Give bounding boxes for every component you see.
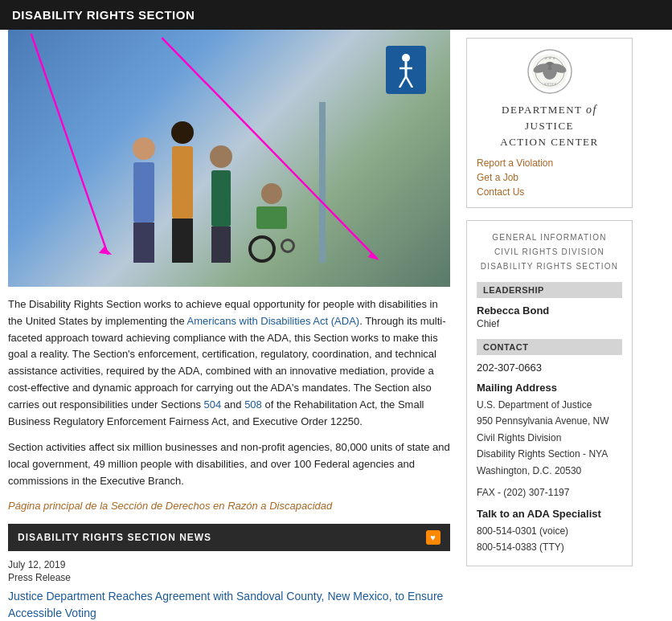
news-type: Press Release <box>8 572 450 583</box>
section-508-link[interactable]: 508 <box>244 398 262 411</box>
svg-point-0 <box>402 54 410 62</box>
news-item: July 12, 2019 Press Release Justice Depa… <box>8 559 450 621</box>
main-phone: 202-307-0663 <box>477 362 622 374</box>
spanish-link[interactable]: Página principal de la Sección de Derech… <box>8 500 450 512</box>
rss-icon[interactable]: ♥ <box>426 530 440 545</box>
body-paragraph-1: The Disability Rights Section works to a… <box>8 296 450 430</box>
leadership-label: LEADERSHIP <box>477 282 622 298</box>
chief-name: Rebecca Bond <box>477 304 622 317</box>
fax-number: FAX - (202) 307-1197 <box>477 487 622 498</box>
svg-text:JUSTICE: JUSTICE <box>543 82 556 86</box>
news-section-label: DISABILITY RIGHTS SECTION NEWS <box>18 532 211 543</box>
report-violation-link[interactable]: Report a Violation <box>477 157 622 169</box>
section-504-link[interactable]: 504 <box>204 398 222 411</box>
chief-title: Chief <box>477 318 622 329</box>
ada-phones: 800-514-0301 (voice) 800-514-0383 (TTY) <box>477 523 622 556</box>
doj-title: DEPARTMENT of JUSTICE ACTION CENTER <box>477 101 622 149</box>
contact-us-link[interactable]: Contact Us <box>477 186 622 198</box>
mailing-address: U.S. Department of Justice 950 Pennsylva… <box>477 397 622 479</box>
sidebar: ★ ★ ★ JUSTICE DEPARTMENT of JUSTICE ACTI… <box>462 30 641 621</box>
content-area: The Disability Rights Section works to a… <box>0 30 462 621</box>
svg-line-3 <box>400 76 406 88</box>
doj-action-center-card: ★ ★ ★ JUSTICE DEPARTMENT of JUSTICE ACTI… <box>466 38 633 208</box>
wheelchair-figure <box>248 183 295 263</box>
contact-label: CONTACT <box>477 339 622 355</box>
page-header: DISABILITY RIGHTS SECTION <box>0 0 672 30</box>
hero-image <box>8 30 450 287</box>
general-info-card: GENERAL INFORMATION CIVIL RIGHTS DIVISIO… <box>466 220 633 566</box>
page-title: DISABILITY RIGHTS SECTION <box>12 8 195 22</box>
news-header: DISABILITY RIGHTS SECTION NEWS ♥ <box>8 524 450 551</box>
figure-2 <box>171 121 194 263</box>
figure-3 <box>210 145 232 263</box>
ada-sign <box>386 46 426 94</box>
doj-seal: ★ ★ ★ JUSTICE <box>527 48 573 95</box>
svg-text:★ ★ ★: ★ ★ ★ <box>543 55 556 60</box>
main-layout: The Disability Rights Section works to a… <box>0 30 672 621</box>
news-date: July 12, 2019 <box>8 559 450 570</box>
svg-line-4 <box>406 76 412 88</box>
get-job-link[interactable]: Get a Job <box>477 172 622 183</box>
body-paragraph-2: Section activities affect six million bu… <box>8 439 450 489</box>
hero-figures <box>133 46 326 271</box>
mailing-title: Mailing Address <box>477 382 622 394</box>
info-card-header: GENERAL INFORMATION CIVIL RIGHTS DIVISIO… <box>477 231 622 274</box>
ada-link[interactable]: Americans with Disabilities Act (ADA) <box>187 315 360 327</box>
doj-links: Report a Violation Get a Job Contact Us <box>477 157 622 198</box>
ada-specialist-title: Talk to an ADA Specialist <box>477 508 622 520</box>
figure-1 <box>133 137 155 263</box>
news-title-link[interactable]: Justice Department Reaches Agreement wit… <box>8 590 443 619</box>
